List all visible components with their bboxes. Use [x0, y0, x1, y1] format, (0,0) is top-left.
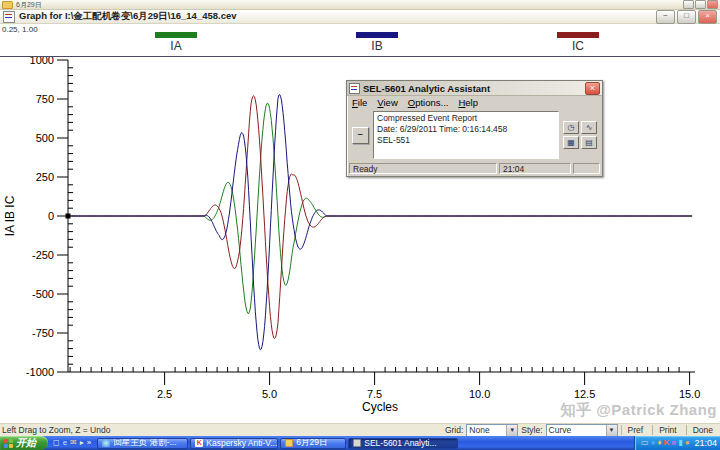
watermark: 知乎 @Patrick Zhang [561, 401, 718, 420]
kaspersky-icon: K [195, 439, 203, 447]
dialog-app-icon [349, 83, 360, 94]
menu-file[interactable]: File [352, 97, 367, 108]
status-spacer [573, 163, 600, 174]
legend-separator [0, 56, 720, 57]
ie-page-icon [102, 439, 110, 447]
bg-close-button[interactable] [707, 0, 718, 9]
dialog-menubar: File View Options... Help [347, 96, 602, 109]
legend-swatch [557, 32, 599, 38]
background-window-titlebar[interactable]: 6月29日 [0, 0, 720, 10]
svg-text:5.0: 5.0 [262, 388, 277, 400]
taskbar-clock: 21:04 [694, 438, 717, 448]
printer-icon[interactable]: ▭ [641, 439, 649, 447]
im-icon[interactable]: ■ [671, 439, 676, 447]
svg-text:Cycles: Cycles [362, 400, 398, 414]
legend-item-ib: IB [347, 32, 407, 53]
zoom-hint: Left Drag to Zoom, Z = Undo [2, 425, 110, 435]
background-window-title: 6月29日 [16, 0, 682, 10]
chevron-down-icon[interactable]: ▼ [606, 425, 617, 436]
system-tray: ▭ ● ♦ K ■ ▮ ● 21:04 [634, 436, 720, 450]
qq-icon[interactable]: ● [685, 439, 690, 447]
graph-app-icon [3, 11, 15, 23]
svg-text:7.5: 7.5 [367, 388, 382, 400]
svg-text:15.0: 15.0 [679, 388, 700, 400]
network-icon[interactable]: ▮ [678, 439, 682, 447]
taskbar: 开始 ◻ e ✉ ▸ » 回星主页 港剧-... K Kaspersky Ant… [0, 436, 720, 450]
svg-text:-250: -250 [32, 249, 54, 261]
svg-text:-750: -750 [32, 327, 54, 339]
taskbar-button-browser[interactable]: 回星主页 港剧-... [97, 438, 188, 449]
ie-icon[interactable]: e [63, 439, 67, 447]
oscillography-icon[interactable]: ∿ [581, 121, 597, 134]
style-select[interactable]: Curve ▼ [546, 424, 618, 437]
graph-close-button[interactable]: × [698, 10, 717, 24]
grid-select[interactable]: None ▼ [466, 424, 518, 437]
dialog-title: SEL-5601 Analytic Assistant [363, 83, 585, 94]
sel5601-dialog: SEL-5601 Analytic Assistant × File View … [346, 80, 603, 177]
event-report-list[interactable]: Compressed Event Report Date: 6/29/2011 … [373, 111, 559, 159]
svg-text:750: 750 [36, 93, 54, 105]
svg-text:250: 250 [36, 171, 54, 183]
graph-footer: Left Drag to Zoom, Z = Undo Grid: None ▼… [0, 423, 720, 436]
style-label: Style: [521, 425, 542, 435]
graph-window-titlebar[interactable]: Graph for I:\金工配机卷变\6月29日\16_14_458.cev … [0, 10, 720, 24]
phasor-icon[interactable]: ◷ [563, 121, 579, 134]
harmonics-icon[interactable]: ▦ [563, 136, 579, 149]
svg-text:10.0: 10.0 [469, 388, 490, 400]
chevron-down-icon[interactable]: ▼ [506, 425, 517, 436]
more-chevron-icon[interactable]: » [87, 439, 91, 447]
bg-minimize-button[interactable] [683, 0, 694, 9]
collapse-button[interactable]: − [352, 127, 369, 144]
key-icon[interactable]: ♦ [658, 439, 662, 447]
legend-swatch [356, 32, 398, 38]
legend-label: IC [548, 39, 608, 53]
svg-text:IA IB IC: IA IB IC [3, 195, 17, 236]
kaspersky-tray-icon[interactable]: K [664, 439, 670, 447]
svg-text:2.5: 2.5 [157, 388, 172, 400]
cursor-readout: 0.25, 1.00 [2, 25, 38, 34]
graph-minimize-button[interactable]: − [656, 10, 675, 24]
svg-text:0: 0 [48, 210, 54, 222]
dialog-body: − Compressed Event Report Date: 6/29/201… [347, 109, 602, 162]
folder-icon [2, 1, 13, 9]
dialog-statusbar: Ready 21:04 [347, 162, 602, 176]
status-time: 21:04 [499, 163, 571, 174]
legend-swatch [155, 32, 197, 38]
taskbar-button-kaspersky[interactable]: K Kaspersky Anti-V... [190, 438, 278, 449]
done-button[interactable]: Done [686, 425, 719, 435]
graph-window-title: Graph for I:\金工配机卷变\6月29日\16_14_458.cev [19, 10, 654, 23]
windows-logo-icon [4, 439, 13, 448]
svg-text:12.5: 12.5 [574, 388, 595, 400]
show-desktop-icon[interactable]: ◻ [53, 439, 60, 447]
waveform-chart[interactable]: 10007505002500-250-500-750-10002.55.07.5… [0, 0, 720, 450]
mail-icon[interactable]: ✉ [70, 439, 77, 447]
media-player-icon[interactable]: ▸ [80, 439, 84, 447]
dialog-close-button[interactable]: × [585, 82, 600, 95]
menu-options[interactable]: Options... [408, 97, 449, 108]
print-button[interactable]: Print [652, 425, 682, 435]
quick-launch: ◻ e ✉ ▸ » [48, 439, 96, 447]
sel-app-icon [353, 439, 361, 447]
thunder-icon[interactable]: ● [651, 439, 656, 447]
report-line: SEL-551 [377, 135, 555, 146]
report-line: Compressed Event Report [377, 113, 555, 124]
grid-label: Grid: [445, 425, 463, 435]
taskbar-button-folder[interactable]: 6月29日 [280, 438, 346, 449]
legend-label: IA [146, 39, 206, 53]
svg-text:-500: -500 [32, 288, 54, 300]
pref-button[interactable]: Pref [621, 425, 650, 435]
svg-text:-1000: -1000 [26, 366, 54, 378]
dialog-titlebar[interactable]: SEL-5601 Analytic Assistant × [347, 81, 602, 96]
event-report-icon[interactable]: ▤ [581, 136, 597, 149]
legend-item-ic: IC [548, 32, 608, 53]
folder-icon [285, 439, 293, 447]
status-ready: Ready [349, 163, 497, 174]
svg-text:500: 500 [36, 132, 54, 144]
graph-maximize-button[interactable]: □ [677, 10, 696, 24]
taskbar-button-sel5601[interactable]: SEL-5601 Analyti... [348, 438, 458, 449]
start-button[interactable]: 开始 [0, 436, 48, 450]
menu-help[interactable]: Help [458, 97, 478, 108]
bg-maximize-button[interactable] [695, 0, 706, 9]
legend-label: IB [347, 39, 407, 53]
menu-view[interactable]: View [377, 97, 397, 108]
